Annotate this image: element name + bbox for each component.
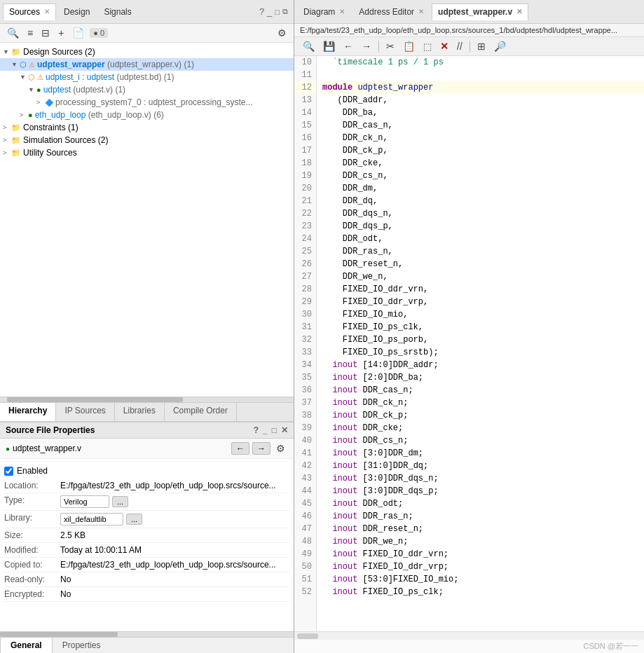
right-tab-bar: Diagram ✕ Address Editor ✕ udptest_wrapp… bbox=[294, 0, 644, 24]
tab-compile-order[interactable]: Compile Order bbox=[165, 403, 237, 421]
tree-area: ▼ 📁 Design Sources (2) ▼ ⬡ ⚠ udptest_wra… bbox=[0, 43, 294, 397]
sfp-type-input[interactable] bbox=[60, 495, 109, 508]
sfp-close-icon[interactable]: ✕ bbox=[281, 425, 288, 435]
sfp-next-btn[interactable]: → bbox=[252, 442, 270, 455]
editor-save-btn[interactable]: 💾 bbox=[320, 39, 338, 53]
minimize-icon[interactable]: _ bbox=[267, 6, 272, 17]
sfp-library-browse[interactable]: ... bbox=[126, 514, 142, 525]
badge: ● 0 bbox=[90, 28, 108, 38]
file-button[interactable]: 📄 bbox=[69, 26, 87, 40]
editor-forward-btn[interactable]: → bbox=[359, 39, 374, 53]
code-line-37: inout DDR_ck_n; bbox=[322, 397, 644, 409]
processing-system-item[interactable]: > 🔷 processing_system7_0 : udptest_proce… bbox=[0, 96, 294, 109]
tab-signals[interactable]: Signals bbox=[97, 4, 137, 20]
sfp-modified-row: Modified: Today at 10:00:11 AM bbox=[4, 543, 289, 558]
sfp-prev-btn[interactable]: ← bbox=[231, 442, 249, 455]
flatten-button[interactable]: ⊟ bbox=[39, 26, 53, 40]
code-line-17: DDR_ck_p, bbox=[322, 144, 644, 157]
sfp-help-icon[interactable]: ? bbox=[254, 425, 259, 435]
sfp-library-value-row: ... bbox=[60, 513, 142, 525]
tab-design[interactable]: Design bbox=[57, 4, 96, 20]
udptest-label: udptest (udptest.v) (1) bbox=[43, 85, 125, 95]
editor-copy-btn[interactable]: 📋 bbox=[400, 39, 418, 53]
sfp-file-dot: ● bbox=[6, 445, 10, 453]
editor-delete-btn[interactable]: ✕ bbox=[437, 39, 451, 53]
tab-sources-label: Sources bbox=[9, 7, 40, 17]
add-button[interactable]: + bbox=[55, 26, 67, 40]
code-line-31: FIXED_IO_ps_clk, bbox=[322, 321, 644, 334]
sfp-type-browse[interactable]: ... bbox=[112, 496, 128, 507]
editor-search-btn[interactable]: 🔍 bbox=[300, 39, 317, 53]
sfp-restore-icon[interactable]: □ bbox=[272, 425, 277, 435]
ln-12: 12 bbox=[294, 81, 316, 94]
editor-cut-btn[interactable]: ✂ bbox=[383, 39, 397, 53]
sfp-settings-btn[interactable]: ⚙ bbox=[273, 441, 288, 455]
code-line-43: inout [3:0]DDR_dqs_n; bbox=[322, 472, 644, 485]
simulation-section[interactable]: > 📁 Simulation Sources (2) bbox=[0, 134, 294, 146]
design-sources-label: Design Sources (2) bbox=[23, 47, 95, 57]
processing-label: processing_system7_0 : udptest_processin… bbox=[55, 97, 252, 107]
hierarchy-button[interactable]: ≡ bbox=[25, 26, 36, 40]
tab-hierarchy[interactable]: Hierarchy bbox=[0, 403, 56, 421]
tab-udptest-wrapper-close[interactable]: ✕ bbox=[516, 8, 522, 15]
ln-41: 41 bbox=[294, 447, 316, 460]
code-line-24: DDR_odt, bbox=[322, 233, 644, 245]
tab-sources-close[interactable]: ✕ bbox=[44, 8, 50, 15]
code-line-39: inout DDR_cke; bbox=[322, 422, 644, 434]
constraints-section[interactable]: > 📁 Constraints (1) bbox=[0, 121, 294, 134]
editor-paste-btn[interactable]: ⬚ bbox=[420, 40, 434, 53]
editor-info-btn[interactable]: 🔎 bbox=[491, 39, 509, 53]
ln-50: 50 bbox=[294, 561, 316, 573]
utility-section[interactable]: > 📁 Utility Sources bbox=[0, 146, 294, 159]
tab-address-editor-close[interactable]: ✕ bbox=[418, 8, 424, 15]
code-line-22: DDR_dqs_n, bbox=[322, 207, 644, 220]
code-line-21: DDR_dq, bbox=[322, 195, 644, 207]
ln-35: 35 bbox=[294, 371, 316, 384]
tab-address-editor[interactable]: Address Editor ✕ bbox=[352, 4, 430, 20]
sfp-enabled-checkbox[interactable] bbox=[4, 467, 13, 476]
ln-29: 29 bbox=[294, 296, 316, 308]
help-icon[interactable]: ? bbox=[259, 6, 264, 17]
udptest-i-label: udptest_i : udptest (udptest.bd) (1) bbox=[46, 72, 174, 82]
chip-icon: ⬡ bbox=[20, 60, 27, 69]
tab-udptest-wrapper[interactable]: udptest_wrapper.v ✕ bbox=[432, 4, 528, 20]
code-lines[interactable]: `timescale 1 ps / 1 ps module udptest_wr… bbox=[317, 56, 644, 631]
restore-icon[interactable]: □ bbox=[275, 8, 280, 16]
code-line-34: inout [14:0]DDR_addr; bbox=[322, 359, 644, 371]
sfp-location-row: Location: E:/fpga/test/23_eth_udp_loop/e… bbox=[4, 479, 289, 493]
h-scrollbar[interactable] bbox=[0, 397, 294, 402]
tab-diagram[interactable]: Diagram ✕ bbox=[297, 4, 351, 20]
design-sources-section[interactable]: ▼ 📁 Design Sources (2) bbox=[0, 46, 294, 58]
tab-general[interactable]: General bbox=[0, 638, 53, 653]
ln-24: 24 bbox=[294, 233, 316, 245]
editor-sep1 bbox=[378, 41, 379, 52]
tab-libraries[interactable]: Libraries bbox=[115, 403, 165, 421]
simulation-label: Simulation Sources (2) bbox=[23, 135, 108, 145]
sfp-library-input[interactable] bbox=[60, 513, 123, 525]
constraints-label: Constraints (1) bbox=[23, 123, 78, 132]
tab-diagram-close[interactable]: ✕ bbox=[339, 8, 345, 15]
tab-ip-sources[interactable]: IP Sources bbox=[56, 403, 114, 421]
editor-back-btn[interactable]: ← bbox=[341, 39, 356, 53]
bottom-scrollbar[interactable] bbox=[294, 631, 644, 640]
code-line-50: inout FIXED_IO_ddr_vrp; bbox=[322, 561, 644, 573]
eth-udp-loop-item[interactable]: > ● eth_udp_loop (eth_udp_loop.v) (6) bbox=[0, 109, 294, 121]
udptest-wrapper-item[interactable]: ▼ ⬡ ⚠ udptest_wrapper (udptest_wrapper.v… bbox=[0, 58, 294, 71]
editor-table-btn[interactable]: ⊞ bbox=[474, 39, 488, 53]
search-button[interactable]: 🔍 bbox=[4, 26, 22, 40]
ln-20: 20 bbox=[294, 182, 316, 195]
tab-properties[interactable]: Properties bbox=[53, 638, 111, 653]
sfp-scrollbar[interactable] bbox=[0, 631, 294, 637]
ln-39: 39 bbox=[294, 422, 316, 434]
sfp-location-value: E:/fpga/test/23_eth_udp_loop/eth_udp_loo… bbox=[60, 481, 289, 490]
folder-icon: 📁 bbox=[11, 48, 21, 57]
editor-comment-btn[interactable]: // bbox=[454, 39, 465, 53]
udptest-item[interactable]: ▼ ● udptest (udptest.v) (1) bbox=[0, 83, 294, 96]
settings-button[interactable]: ⚙ bbox=[275, 26, 289, 40]
code-line-13: (DDR_addr, bbox=[322, 94, 644, 106]
udptest-i-item[interactable]: ▼ ⬡ ⚠ udptest_i : udptest (udptest.bd) (… bbox=[0, 71, 294, 83]
maximize-icon[interactable]: ⧉ bbox=[282, 7, 288, 16]
tab-sources[interactable]: Sources ✕ bbox=[3, 4, 56, 20]
sfp-bottom-tabs: General Properties bbox=[0, 637, 294, 653]
sfp-minimize-icon[interactable]: _ bbox=[263, 425, 268, 435]
